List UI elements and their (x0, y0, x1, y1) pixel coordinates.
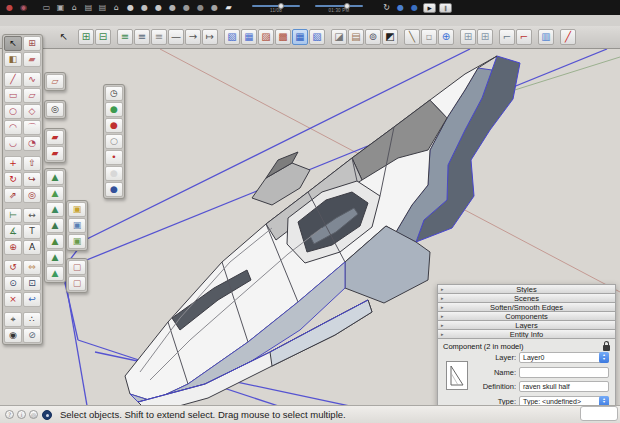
sandbox-from-scratch-icon[interactable]: ▲ (46, 186, 64, 201)
shadow-date-slider[interactable]: 11/08 (250, 2, 302, 13)
tool-freehand-icon[interactable]: ∿ (23, 72, 41, 87)
dropdown-arrows-icon[interactable]: ▲▼ (599, 352, 609, 363)
red-pencil-icon[interactable]: ╱ (560, 29, 576, 45)
checker-bw-icon[interactable]: ◩ (382, 29, 398, 45)
line-marker-red-icon[interactable]: ⌐ (516, 29, 532, 45)
trackpad-icon[interactable]: ▭ (41, 2, 52, 13)
tool-axes-icon[interactable]: ⊕ (4, 240, 22, 255)
geolocation-circle-icon[interactable]: ◎ (29, 410, 38, 419)
tool-rotate-icon[interactable]: ↻ (4, 172, 22, 187)
red-blue-orbit-icon[interactable]: ◉ (18, 2, 29, 13)
layer-dropdown[interactable]: Layer0 ▲▼ (519, 352, 609, 363)
tool-circle-icon[interactable]: ○ (4, 104, 22, 119)
sync-icon[interactable]: ↻ (381, 2, 392, 13)
tool-line-icon[interactable]: ╱ (4, 72, 22, 87)
edge-lines-green-icon[interactable]: ≡ (117, 29, 133, 45)
tool-zoom-extents-icon[interactable]: × (4, 292, 22, 307)
disclosure-triangle-icon[interactable]: ▸ (441, 314, 444, 319)
instructor-circle-icon[interactable]: i (17, 410, 26, 419)
definition-field[interactable]: raven skull half (519, 381, 609, 392)
panel-bar-styles[interactable]: ▸ Styles (437, 284, 616, 293)
panel-bar-soften-smooth-edges[interactable]: ▸ Soften/Smooth Edges (437, 302, 616, 311)
hatch-cross-blue-icon[interactable]: ▦ (241, 29, 257, 45)
disclosure-triangle-icon[interactable]: ▸ (441, 323, 444, 328)
blue-sphere-1-icon[interactable]: ● (395, 2, 406, 13)
disclosure-triangle-icon[interactable]: ▸ (441, 287, 444, 292)
key-tool-icon[interactable]: ╲ (404, 29, 420, 45)
style-sphere-5-icon[interactable]: ● (181, 2, 192, 13)
tool-rectangle-icon[interactable]: ▭ (4, 88, 22, 103)
help-circle-icon[interactable]: ? (5, 410, 14, 419)
tool-select-icon[interactable]: ↖ (4, 36, 22, 51)
sketchy-page-icon[interactable]: ◪ (331, 29, 347, 45)
component-green-add-icon[interactable]: ⊞ (78, 29, 94, 45)
line-tag-icon[interactable]: ⌐ (499, 29, 515, 45)
style-sphere-1-icon[interactable]: ● (125, 2, 136, 13)
tool-walk-icon[interactable]: ∴ (23, 312, 41, 327)
style-sphere-7-icon[interactable]: ● (209, 2, 220, 13)
clock-icon[interactable]: ◷ (105, 86, 123, 101)
lock-icon[interactable] (603, 345, 610, 351)
tool-polygon-icon[interactable]: ◇ (23, 104, 41, 119)
tool-section-plane-icon[interactable]: ⊘ (23, 328, 41, 343)
style-sphere-2-icon[interactable]: ● (139, 2, 150, 13)
blue-sphere-2-icon[interactable]: ● (409, 2, 420, 13)
tool-text-icon[interactable]: T (23, 224, 41, 239)
tool-rotated-rectangle-icon[interactable]: ▱ (23, 88, 41, 103)
tool-make-component-icon[interactable]: ⊞ (23, 36, 41, 51)
style-sphere-4-icon[interactable]: ● (167, 2, 178, 13)
home-icon[interactable]: ⌂ (69, 2, 80, 13)
play-button[interactable]: ▶ (423, 3, 436, 13)
tool-three-point-arc-icon[interactable]: ◡ (4, 136, 22, 151)
tool-offset-icon[interactable]: ◎ (23, 188, 41, 203)
tool-zoom-icon[interactable]: ⊙ (4, 276, 22, 291)
green-globe-icon[interactable]: ● (105, 102, 123, 117)
name-field[interactable] (519, 367, 609, 378)
dialog-bubble-2-icon[interactable]: ▢ (68, 276, 86, 291)
hatch-diag-blue-icon[interactable]: ▧ (309, 29, 325, 45)
red-sphere-icon[interactable]: ● (4, 2, 15, 13)
white-sphere-icon[interactable]: ● (105, 166, 123, 181)
tool-arc-icon[interactable]: ◠ (4, 120, 22, 135)
tool-two-point-arc-icon[interactable]: ⌒ (23, 120, 41, 135)
box-icon[interactable]: ▣ (55, 2, 66, 13)
circle-target-tool-icon[interactable]: ◎ (46, 102, 64, 117)
style-sphere-6-icon[interactable]: ● (195, 2, 206, 13)
sandbox-stamp-icon[interactable]: ▲ (46, 218, 64, 233)
panel-bar-entity-info[interactable]: ▸ Entity Info (437, 329, 616, 338)
photo-camera-icon[interactable]: ⊚ (365, 29, 381, 45)
tool-scale-icon[interactable]: ⇗ (4, 188, 22, 203)
folder-icon[interactable]: ▤ (97, 2, 108, 13)
disclosure-triangle-icon[interactable]: ▸ (441, 305, 444, 310)
disclosure-triangle-icon[interactable]: ▸ (441, 332, 444, 337)
panel-bar-layers[interactable]: ▸ Layers (437, 320, 616, 329)
tool-paint-bucket-icon[interactable]: ◧ (4, 52, 22, 67)
tool-zoom-window-icon[interactable]: ⊡ (23, 276, 41, 291)
red-plane-2-icon[interactable]: ▰ (46, 146, 64, 161)
tool-3d-text-icon[interactable]: A (23, 240, 41, 255)
slider-knob[interactable] (344, 3, 350, 9)
blue-helmet-icon[interactable]: ● (105, 182, 123, 197)
hatch-dense-blue-icon[interactable]: ▦ (292, 29, 308, 45)
white-globe-icon[interactable]: ○ (105, 134, 123, 149)
edge-line-end-icon[interactable]: ↦ (202, 29, 218, 45)
materials-stack-icon[interactable]: ▤ (348, 29, 364, 45)
sandbox-flip-edge-icon[interactable]: ▲ (46, 266, 64, 281)
iso-cube-green-icon[interactable]: ▣ (68, 234, 86, 249)
hatch-cross-red-icon[interactable]: ▨ (258, 29, 274, 45)
iso-cube-blue-icon[interactable]: ▣ (68, 218, 86, 233)
red-plane-1-icon[interactable]: ▰ (46, 130, 64, 145)
pause-button[interactable]: ‖ (439, 3, 452, 13)
dialog-bubble-1-icon[interactable]: ▢ (68, 260, 86, 275)
window-grid-1-icon[interactable]: ⊞ (460, 29, 476, 45)
panel-bar-scenes[interactable]: ▸ Scenes (437, 293, 616, 302)
slider-track[interactable] (315, 5, 363, 7)
window-header-blue-icon[interactable]: ▥ (538, 29, 554, 45)
tool-push-pull-icon[interactable]: ⇧ (23, 156, 41, 171)
select-arrow-icon[interactable]: ↖ (56, 29, 72, 45)
window-grid-2-icon[interactable]: ⊞ (477, 29, 493, 45)
tool-pan-icon[interactable]: ⇔ (23, 260, 41, 275)
red-marker-icon[interactable]: • (105, 150, 123, 165)
tool-orbit-icon[interactable]: ↺ (4, 260, 22, 275)
signin-status-icon[interactable] (42, 410, 52, 420)
